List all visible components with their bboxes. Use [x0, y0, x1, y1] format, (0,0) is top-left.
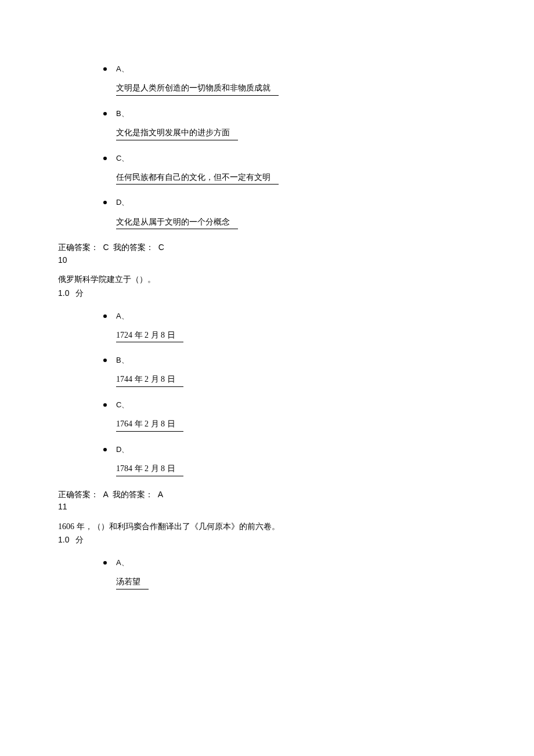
option-letter: D、 [116, 197, 129, 208]
option-text: 1784 年 2 月 8 日 [116, 463, 183, 476]
correct-answer-label: 正确答案： [58, 490, 99, 499]
option-text: 汤若望 [116, 576, 149, 589]
q11-number: 11 [58, 501, 476, 513]
q9-option-a: A、 [58, 64, 476, 74]
bullet-icon [103, 67, 107, 71]
my-answer-label: 我的答案： [113, 490, 153, 499]
option-text: 文化是从属于文明的一个分概念 [116, 216, 238, 230]
option-text: 任何民族都有自己的文化，但不一定有文明 [116, 172, 279, 185]
option-text: 文明是人类所创造的一切物质和非物质成就 [116, 82, 279, 96]
q9-option-c: C、 [58, 153, 476, 164]
q11-option-a-text-wrap: 汤若望 [58, 576, 476, 589]
my-answer-value: C [158, 243, 164, 252]
option-letter: D、 [116, 444, 129, 455]
my-answer-label: 我的答案： [113, 243, 154, 252]
q10-option-a-text-wrap: 1724 年 2 月 8 日 [58, 330, 476, 343]
q10-number: 10 [58, 255, 476, 266]
my-answer-value: A [158, 490, 163, 499]
correct-answer-label: 正确答案： [58, 243, 99, 252]
score-unit: 分 [75, 536, 84, 544]
q11-options: A、 汤若望 [58, 558, 476, 589]
option-letter: A、 [116, 558, 129, 568]
option-text: 1724 年 2 月 8 日 [116, 330, 183, 343]
q9-option-d-text-wrap: 文化是从属于文明的一个分概念 [58, 216, 476, 230]
document-page: A、 文明是人类所创造的一切物质和非物质成就 B、 文化是指文明发展中的进步方面… [0, 0, 534, 756]
q9-option-b: B、 [58, 108, 476, 119]
option-letter: C、 [116, 400, 129, 410]
q9-answer-line: 正确答案： C 我的答案： C [58, 242, 476, 254]
q10-option-d-text-wrap: 1784 年 2 月 8 日 [58, 463, 476, 476]
q10-option-c-text-wrap: 1764 年 2 月 8 日 [58, 418, 476, 432]
q11-stem: 1606 年，（）和利玛窦合作翻译出了《几何原本》的前六卷。 [58, 521, 476, 533]
option-letter: B、 [116, 108, 129, 119]
bullet-icon [103, 403, 107, 407]
q10-score: 1.0 分 [58, 288, 476, 299]
q9-option-a-text-wrap: 文明是人类所创造的一切物质和非物质成就 [58, 82, 476, 96]
q10-option-c: C、 [58, 400, 476, 410]
q10-option-a: A、 [58, 311, 476, 321]
option-letter: A、 [116, 311, 129, 321]
q11-option-a: A、 [58, 558, 476, 568]
score-unit: 分 [75, 289, 84, 298]
q11-score: 1.0 分 [58, 534, 476, 546]
q10-option-d: D、 [58, 444, 476, 455]
score-number: 1.0 [58, 535, 69, 544]
option-text: 文化是指文明发展中的进步方面 [116, 127, 238, 140]
bullet-icon [103, 359, 107, 362]
q10-stem: 俄罗斯科学院建立于（）。 [58, 274, 476, 285]
bullet-icon [103, 314, 107, 318]
bullet-icon [103, 561, 107, 565]
option-text: 1744 年 2 月 8 日 [116, 374, 183, 387]
option-letter: A、 [116, 64, 129, 74]
bullet-icon [103, 201, 107, 204]
q9-option-b-text-wrap: 文化是指文明发展中的进步方面 [58, 127, 476, 140]
bullet-icon [103, 112, 107, 115]
option-letter: C、 [116, 153, 129, 164]
q10-option-b-text-wrap: 1744 年 2 月 8 日 [58, 374, 476, 387]
option-letter: B、 [116, 355, 129, 366]
bullet-icon [103, 157, 107, 160]
bullet-icon [103, 448, 107, 451]
q9-options: A、 文明是人类所创造的一切物质和非物质成就 B、 文化是指文明发展中的进步方面… [58, 64, 476, 229]
q9-option-d: D、 [58, 197, 476, 208]
q10-answer-line: 正确答案： A 我的答案： A [58, 489, 476, 501]
q10-option-b: B、 [58, 355, 476, 366]
q9-option-c-text-wrap: 任何民族都有自己的文化，但不一定有文明 [58, 172, 476, 185]
option-text: 1764 年 2 月 8 日 [116, 418, 183, 432]
correct-answer-value: A [103, 490, 109, 499]
score-number: 1.0 [58, 288, 69, 298]
correct-answer-value: C [103, 243, 109, 252]
q10-options: A、 1724 年 2 月 8 日 B、 1744 年 2 月 8 日 C、 1… [58, 311, 476, 476]
